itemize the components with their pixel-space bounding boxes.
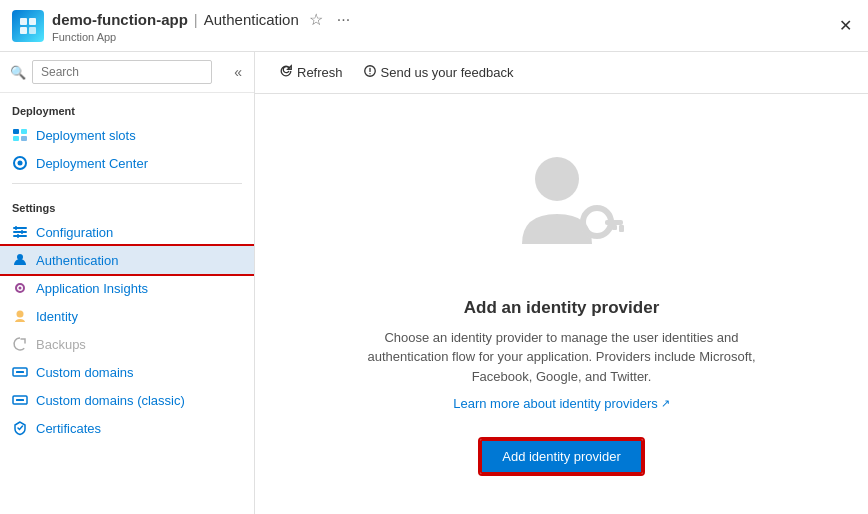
content-title: Add an identity provider	[464, 298, 660, 318]
svg-rect-3	[29, 27, 36, 34]
svg-rect-30	[612, 225, 617, 230]
refresh-label: Refresh	[297, 65, 343, 80]
identity-label: Identity	[36, 309, 78, 324]
title-separator: |	[194, 11, 198, 28]
identity-icon	[12, 308, 28, 324]
sidebar-item-identity[interactable]: Identity	[0, 302, 254, 330]
certificates-icon	[12, 420, 28, 436]
svg-rect-29	[619, 225, 624, 232]
settings-divider	[12, 183, 242, 184]
svg-point-26	[535, 157, 579, 201]
app-name: demo-function-app	[52, 11, 188, 28]
application-insights-label: Application Insights	[36, 281, 148, 296]
svg-point-19	[17, 311, 24, 318]
learn-more-link[interactable]: Learn more about identity providers ↗	[453, 396, 670, 411]
custom-domains-label: Custom domains	[36, 365, 134, 380]
svg-rect-0	[20, 18, 27, 25]
sidebar-search-bar: 🔍 «	[0, 52, 254, 93]
custom-domains-classic-label: Custom domains (classic)	[36, 393, 185, 408]
feedback-label: Send us your feedback	[381, 65, 514, 80]
deployment-slots-icon	[12, 127, 28, 143]
app-icon	[12, 10, 44, 42]
custom-domains-classic-icon	[12, 392, 28, 408]
sidebar-item-certificates[interactable]: Certificates	[0, 414, 254, 442]
external-link-icon: ↗	[661, 397, 670, 410]
content-description: Choose an identity provider to manage th…	[352, 328, 772, 387]
sidebar-item-custom-domains-classic[interactable]: Custom domains (classic)	[0, 386, 254, 414]
svg-rect-14	[21, 230, 23, 234]
svg-rect-13	[15, 226, 17, 230]
svg-rect-28	[605, 220, 623, 225]
svg-rect-23	[16, 399, 24, 401]
svg-point-18	[19, 287, 22, 290]
close-button[interactable]: ✕	[835, 14, 856, 37]
title-bar: demo-function-app | Authentication ☆ ···…	[0, 0, 868, 52]
content-main: Add an identity provider Choose an ident…	[255, 94, 868, 514]
svg-rect-2	[20, 27, 27, 34]
configuration-icon	[12, 224, 28, 240]
sidebar-item-deployment-center[interactable]: Deployment Center	[0, 149, 254, 177]
section-label-deployment: Deployment	[0, 93, 254, 121]
sidebar-item-backups: Backups	[0, 330, 254, 358]
add-identity-provider-button[interactable]: Add identity provider	[480, 439, 643, 474]
section-label-settings: Settings	[0, 190, 254, 218]
feedback-icon	[363, 64, 377, 81]
sidebar-scroll: Deployment Deployment slots Deployment C…	[0, 93, 254, 514]
feedback-button[interactable]: Send us your feedback	[355, 60, 522, 85]
collapse-sidebar-button[interactable]: «	[232, 62, 244, 82]
svg-rect-6	[13, 136, 19, 141]
identity-illustration	[492, 134, 632, 274]
backups-label: Backups	[36, 337, 86, 352]
authentication-icon	[12, 252, 28, 268]
application-insights-icon	[12, 280, 28, 296]
sidebar-item-configuration[interactable]: Configuration	[0, 218, 254, 246]
sidebar: 🔍 « Deployment Deployment slots Deployme…	[0, 52, 255, 514]
sidebar-item-custom-domains[interactable]: Custom domains	[0, 358, 254, 386]
learn-more-label: Learn more about identity providers	[453, 396, 658, 411]
svg-point-9	[18, 161, 23, 166]
svg-rect-11	[13, 231, 27, 233]
toolbar: Refresh Send us your feedback	[255, 52, 868, 94]
page-name: Authentication	[204, 11, 299, 28]
sidebar-item-deployment-slots[interactable]: Deployment slots	[0, 121, 254, 149]
search-icon: 🔍	[10, 65, 26, 80]
svg-rect-5	[21, 129, 27, 134]
sidebar-item-authentication[interactable]: Authentication	[0, 246, 254, 274]
custom-domains-icon	[12, 364, 28, 380]
svg-rect-4	[13, 129, 19, 134]
authentication-label: Authentication	[36, 253, 118, 268]
svg-rect-21	[16, 371, 24, 373]
deployment-center-icon	[12, 155, 28, 171]
deployment-slots-label: Deployment slots	[36, 128, 136, 143]
main-container: 🔍 « Deployment Deployment slots Deployme…	[0, 52, 868, 514]
refresh-icon	[279, 64, 293, 81]
more-button[interactable]: ···	[333, 9, 354, 31]
svg-rect-1	[29, 18, 36, 25]
sub-title: Function App	[52, 31, 354, 43]
svg-rect-7	[21, 136, 27, 141]
svg-rect-12	[13, 235, 27, 237]
deployment-center-label: Deployment Center	[36, 156, 148, 171]
certificates-label: Certificates	[36, 421, 101, 436]
svg-rect-15	[17, 234, 19, 238]
refresh-button[interactable]: Refresh	[271, 60, 351, 85]
configuration-label: Configuration	[36, 225, 113, 240]
content-area: Refresh Send us your feedback	[255, 52, 868, 514]
search-input[interactable]	[32, 60, 212, 84]
backups-icon	[12, 336, 28, 352]
sidebar-item-application-insights[interactable]: Application Insights	[0, 274, 254, 302]
star-button[interactable]: ☆	[305, 8, 327, 31]
svg-point-25	[369, 73, 370, 74]
